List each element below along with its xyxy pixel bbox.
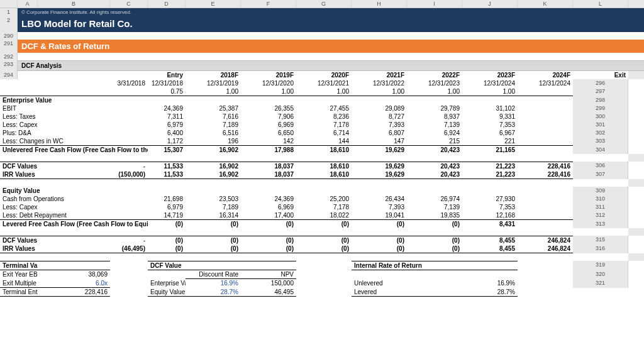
cell-value[interactable] (518, 211, 573, 220)
cell-value[interactable]: 228,416 (38, 288, 110, 297)
cell-value[interactable]: 20,423 (407, 146, 462, 154)
cell-value[interactable]: (46,495) (110, 244, 148, 253)
cell-value[interactable]: 21,698 (148, 195, 186, 203)
cell-value[interactable]: 1,172 (148, 137, 186, 146)
row-header[interactable]: 294 (0, 71, 18, 79)
cell-value[interactable]: 8,727 (352, 113, 407, 121)
cell-value[interactable]: 8,937 (407, 113, 462, 121)
cell-value[interactable]: 6,400 (148, 129, 186, 137)
cell-value[interactable]: 15,307 (148, 146, 186, 154)
cell-value[interactable]: 7,906 (241, 113, 296, 121)
cell-value[interactable]: 246,824 (518, 236, 573, 244)
cell-value[interactable]: 28.7% (186, 288, 241, 297)
cell-value[interactable] (518, 113, 573, 121)
cell-value[interactable]: 7,353 (462, 203, 518, 211)
cell-value[interactable]: 6,650 (241, 129, 296, 137)
cell-value[interactable] (110, 121, 148, 129)
cell-value[interactable]: 8,455 (462, 244, 518, 253)
cell-value[interactable]: 6,714 (296, 129, 352, 137)
cell-value[interactable]: (0) (352, 244, 407, 253)
cell-value[interactable] (518, 203, 573, 211)
cell-value[interactable]: (0) (241, 220, 296, 228)
cell-value[interactable]: 46,495 (241, 288, 296, 297)
row-header[interactable]: 303 (573, 137, 628, 146)
cell-value[interactable]: 17,400 (241, 211, 296, 220)
cell-value[interactable]: (0) (186, 236, 241, 244)
cell-value[interactable]: 18,610 (296, 170, 352, 179)
cell-value[interactable]: 19,835 (407, 211, 462, 220)
cell-value[interactable] (110, 104, 148, 113)
cell-value[interactable]: 25,387 (186, 104, 241, 113)
row-header[interactable]: 318 (628, 253, 644, 261)
row-header[interactable]: 290 (0, 32, 18, 40)
cell-value[interactable]: 8,431 (462, 220, 518, 228)
cell-value[interactable]: 16,902 (186, 170, 241, 179)
cell-value[interactable] (518, 137, 573, 146)
cell-value[interactable]: 221 (462, 137, 518, 146)
cell-value[interactable]: 7,139 (407, 203, 462, 211)
cell-value[interactable]: 7,616 (186, 113, 241, 121)
cell-value[interactable]: 29,789 (407, 104, 462, 113)
cell-value[interactable]: (0) (407, 236, 462, 244)
cell-value[interactable]: 7,393 (352, 203, 407, 211)
cell-value[interactable]: 7,189 (186, 121, 241, 129)
row-header[interactable]: 309 (573, 187, 628, 195)
cell-value[interactable]: 19,629 (352, 146, 407, 154)
cell-value[interactable]: 6,967 (462, 129, 518, 137)
cell-value[interactable]: 14,719 (148, 211, 186, 220)
row-header[interactable]: 307 (573, 170, 628, 179)
row-header[interactable]: 314 (628, 228, 644, 236)
cell-value[interactable]: 21,165 (462, 146, 518, 154)
cell-value[interactable]: - (110, 236, 148, 244)
row-header[interactable]: 2 (0, 16, 18, 32)
col-I[interactable]: I (407, 0, 462, 8)
cell-value[interactable]: 7,393 (352, 121, 407, 129)
cell-value[interactable]: 6,979 (148, 121, 186, 129)
cell-value[interactable]: 26,974 (407, 195, 462, 203)
cell-value[interactable]: 21,223 (462, 170, 518, 179)
cell-value[interactable]: 31,102 (462, 104, 518, 113)
col-F[interactable]: F (241, 0, 296, 8)
col-D[interactable]: D (148, 0, 186, 8)
cell-value[interactable]: 16,902 (186, 162, 241, 170)
cell-value[interactable]: 24,369 (148, 104, 186, 113)
col-M[interactable]: M (628, 0, 644, 8)
cell-value[interactable]: 6,924 (407, 129, 462, 137)
cell-value[interactable]: 196 (186, 137, 241, 146)
col-J[interactable]: J (462, 0, 518, 8)
row-header[interactable]: 304 (573, 146, 628, 154)
cell-value[interactable]: 142 (241, 137, 296, 146)
cell-value[interactable]: 20,423 (407, 162, 462, 170)
cell-value[interactable]: (0) (407, 220, 462, 228)
row-header[interactable]: 308 (628, 179, 644, 187)
cell-value[interactable]: 7,178 (296, 121, 352, 129)
cell-value[interactable]: 20,423 (407, 170, 462, 179)
cell-value[interactable]: (0) (186, 220, 241, 228)
cell-value[interactable]: 27,930 (462, 195, 518, 203)
cell-value[interactable] (518, 104, 573, 113)
row-header[interactable]: 313 (573, 220, 628, 228)
row-header[interactable]: 296 (573, 79, 628, 87)
cell-value[interactable] (110, 129, 148, 137)
row-header[interactable]: 305 (628, 154, 644, 162)
cell-value[interactable]: (0) (352, 220, 407, 228)
cell-value[interactable]: 18,610 (296, 146, 352, 154)
cell-value[interactable] (110, 203, 148, 211)
cell-value[interactable]: 19,629 (352, 170, 407, 179)
row-header[interactable]: 291 (0, 40, 18, 53)
cell-value[interactable]: 11,533 (148, 170, 186, 179)
col-G[interactable]: G (296, 0, 352, 8)
cell-value[interactable]: (0) (352, 236, 407, 244)
cell-value[interactable]: 246,824 (518, 244, 573, 253)
cell-value[interactable]: (0) (148, 244, 186, 253)
cell-value[interactable]: 150,000 (241, 279, 296, 288)
cell-value[interactable]: 28.7% (462, 288, 518, 297)
row-header[interactable]: 297 (573, 87, 628, 96)
cell-value[interactable]: (150,000) (110, 170, 148, 179)
col-K[interactable]: K (518, 0, 573, 8)
cell-value[interactable]: 7,353 (462, 121, 518, 129)
row-header[interactable]: 292 (0, 53, 18, 60)
cell-value[interactable]: (0) (148, 220, 186, 228)
cell-value[interactable] (518, 121, 573, 129)
row-header[interactable]: 1 (0, 8, 18, 16)
